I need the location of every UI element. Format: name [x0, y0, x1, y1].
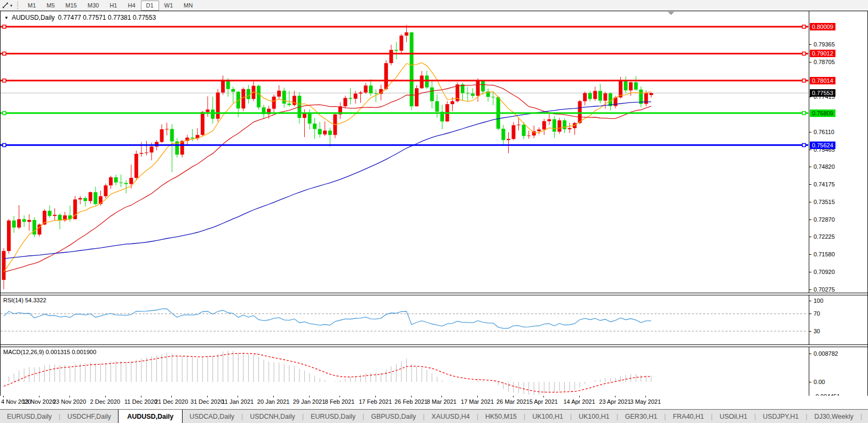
line-handle[interactable] — [802, 25, 806, 28]
tab-audusd-daily[interactable]: AUDUSD,Daily — [118, 409, 183, 423]
date-axis-tick — [238, 396, 238, 397]
line-handle[interactable] — [3, 79, 6, 82]
date-axis-tick — [579, 396, 580, 397]
axis-tick — [809, 220, 811, 220]
price-tick-label: 0.70275 — [814, 286, 835, 293]
timeframe-button-mn[interactable]: MN — [178, 1, 198, 11]
line-handle[interactable] — [802, 144, 806, 147]
date-axis-tick — [309, 396, 310, 397]
macd-chart[interactable] — [1, 347, 808, 397]
macd-scale[interactable]: 0.0087820.00-0.004451 — [809, 347, 867, 397]
horizontal-line-0.75624[interactable] — [1, 144, 808, 146]
timeframe-button-m1[interactable]: M1 — [22, 1, 41, 11]
line-handle[interactable] — [3, 25, 6, 28]
date-label: 11 Dec 2020 — [124, 398, 157, 405]
price-level-badge: 0.80009 — [810, 23, 835, 30]
line-handle[interactable] — [3, 144, 6, 147]
cursor-tool-icon[interactable] — [1, 1, 10, 10]
chart-ohlc-values: 0.77477 0.77571 0.77381 0.77553 — [58, 14, 156, 21]
price-tick-label: 0.74820 — [814, 163, 835, 170]
tab-usdchf-daily[interactable]: USDCHF,Daily — [60, 410, 118, 423]
axis-tick — [809, 331, 811, 332]
horizontal-line-0.78014[interactable] — [1, 80, 808, 81]
chart-tab-bar: EURUSD,Daily|USDCHF,DailyAUDUSD,DailyUSD… — [0, 409, 868, 423]
price-tick-label: 0.73515 — [814, 199, 835, 205]
date-label: 31 Dec 2020 — [191, 398, 224, 405]
axis-tick — [809, 167, 811, 167]
date-label: 14 Apr 2021 — [563, 398, 595, 405]
tab-usdcad-daily[interactable]: USDCAD,Daily — [183, 410, 241, 423]
tab-usdcnh-daily[interactable]: USDCNH,Daily — [243, 410, 302, 423]
date-axis-tick — [513, 396, 514, 397]
dropdown-caret-icon[interactable]: ▾ — [10, 3, 12, 8]
macd-indicator-pane[interactable]: 0.0087820.00-0.004451 MACD(12,26,9) 0.00… — [1, 347, 867, 397]
price-tick-label: 0.70920 — [814, 269, 835, 275]
tab-uk100-h1[interactable]: UK100,H1 — [525, 410, 570, 423]
timeframe-button-h1[interactable]: H1 — [104, 1, 122, 11]
toolbar-grip[interactable] — [17, 2, 18, 9]
date-axis-tick — [615, 396, 616, 397]
axis-tick — [809, 382, 811, 382]
line-handle[interactable] — [3, 112, 6, 115]
rsi-chart[interactable] — [1, 295, 808, 344]
collapse-triangle-icon[interactable]: ▼ — [4, 15, 9, 20]
timeframe-button-h4[interactable]: H4 — [122, 1, 140, 11]
tab-gbpusd-daily[interactable]: GBPUSD,Daily — [364, 410, 423, 423]
tab-ger30-h1[interactable]: GER30,H1 — [618, 410, 664, 423]
line-handle[interactable] — [802, 52, 806, 55]
date-axis-tick — [39, 396, 40, 397]
tab-eurusd-daily[interactable]: EURUSD,Daily — [0, 410, 59, 423]
price-scale[interactable]: 0.793650.787050.774150.761100.754650.748… — [809, 11, 867, 293]
timeframe-buttons: M1M5M15M30H1H4D1W1MN — [22, 1, 198, 11]
tab-usoil-h1[interactable]: USOil,H1 — [713, 410, 754, 423]
rsi-line — [4, 309, 651, 328]
axis-tick — [809, 254, 811, 255]
date-label: 21 Dec 2020 — [155, 398, 188, 405]
axis-tick — [809, 62, 811, 62]
timeframe-toolbar: ▾ M1M5M15M30H1H4D1W1MN — [0, 0, 868, 11]
axis-tick — [809, 289, 811, 290]
chart-shift-marker-icon[interactable] — [668, 12, 674, 15]
horizontal-line-0.79012[interactable] — [1, 53, 808, 54]
macd-tick-label: 0.008782 — [814, 350, 838, 357]
main-chart-pane[interactable]: 0.793650.787050.774150.761100.754650.748… — [1, 11, 867, 293]
rsi-indicator-pane[interactable]: 1007030 RSI(14) 54.3322 — [1, 295, 867, 344]
date-axis-tick — [645, 396, 646, 397]
tab-xauusd-h4[interactable]: XAUUSD,H4 — [424, 410, 477, 423]
candlestick-chart[interactable] — [1, 11, 808, 293]
price-tick-label: 0.79365 — [814, 41, 835, 48]
price-level-badge: 0.79012 — [810, 50, 835, 57]
date-label: 26 Feb 2021 — [394, 398, 428, 405]
date-label: 17 Mar 2021 — [461, 398, 494, 405]
tab-usdjpy-h1[interactable]: USDJPY,H1 — [756, 410, 806, 423]
date-axis[interactable]: 4 Nov 202013 Nov 202023 Nov 20202 Dec 20… — [0, 396, 868, 409]
date-label: 23 Nov 2020 — [53, 398, 86, 405]
tab-dj30-weekly[interactable]: DJ30,Weekly — [807, 410, 860, 423]
date-label: 17 Feb 2021 — [359, 398, 392, 405]
line-handle[interactable] — [802, 112, 806, 115]
mt4-terminal: ▾ M1M5M15M30H1H4D1W1MN 0.793650.787050.7… — [0, 0, 868, 423]
price-tick-label: 0.76110 — [814, 129, 834, 135]
timeframe-button-d1[interactable]: D1 — [141, 1, 159, 11]
date-axis-tick — [340, 396, 340, 397]
timeframe-button-w1[interactable]: W1 — [159, 1, 179, 11]
line-handle[interactable] — [802, 79, 806, 82]
rsi-tick-label: 100 — [814, 297, 823, 304]
timeframe-button-m15[interactable]: M15 — [60, 1, 82, 11]
axis-tick — [809, 132, 811, 132]
line-handle[interactable] — [3, 52, 6, 55]
tab-fra40-h1[interactable]: FRA40,H1 — [666, 410, 711, 423]
tab-hk50-m15[interactable]: HK50,M15 — [478, 410, 524, 423]
rsi-scale[interactable]: 1007030 — [809, 295, 867, 344]
date-axis-tick — [3, 396, 4, 397]
chart-symbol-label: AUDUSD,Daily — [12, 14, 55, 21]
timeframe-button-m5[interactable]: M5 — [41, 1, 60, 11]
horizontal-line-0.76809[interactable] — [1, 112, 808, 114]
rsi-tick-label: 30 — [814, 328, 820, 334]
tab-china300-h1[interactable]: CHINA300,H1 — [862, 410, 868, 423]
horizontal-line-0.80009[interactable] — [1, 26, 808, 28]
tab-uk100-h1[interactable]: UK100,H1 — [572, 410, 617, 423]
rsi-label: RSI(14) 54.3322 — [3, 297, 46, 303]
timeframe-button-m30[interactable]: M30 — [82, 1, 104, 11]
tab-eurusd-daily[interactable]: EURUSD,Daily — [304, 410, 362, 423]
